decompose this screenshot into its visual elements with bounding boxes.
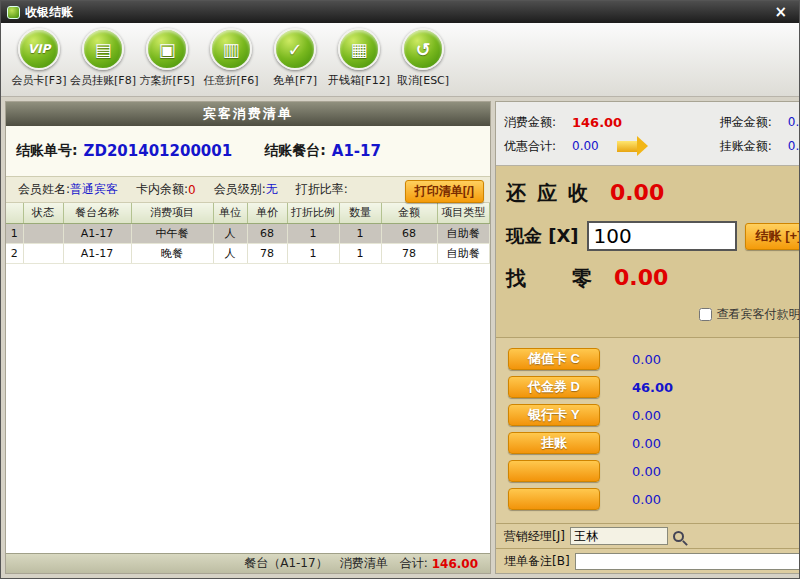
table-no-value: A1-17 [332, 142, 381, 160]
list-total-value: 146.00 [432, 557, 478, 571]
marketing-manager-input[interactable] [570, 527, 668, 545]
pay-button-bank-card[interactable]: 银行卡 Y [508, 404, 600, 426]
toolbar-label: 会员挂账[F8] [70, 73, 136, 88]
toolbar-label: 方案折[F5] [140, 73, 195, 88]
free-order-icon: ✓ [274, 28, 316, 70]
col-qty: 数量 [339, 203, 381, 223]
payment-row: 0.00 [508, 488, 800, 510]
toolbar-plan-discount[interactable]: ▣ 方案折[F5] [135, 26, 199, 88]
payment-row: 挂账 0.00 [508, 432, 800, 454]
deposit-amount-label: 押金金额: [720, 114, 788, 131]
table-row[interactable]: 2 A1-17 晚餐 人 78 1 1 78 自助餐 [6, 243, 490, 263]
pay-button-extra-2[interactable] [508, 488, 600, 510]
pay-button-stored-card[interactable]: 储值卡 C [508, 348, 600, 370]
amount-due-value: 0.00 [610, 180, 664, 205]
credit-amount-label: 挂账金额: [720, 138, 788, 155]
settle-button[interactable]: 结账 [+] [745, 223, 800, 250]
change-label: 找 零 [506, 265, 594, 292]
panel-title: 宾客消费清单 [6, 102, 490, 126]
member-name-value: 普通宾客 [70, 181, 118, 198]
toolbar: VIP 会员卡[F3] ▤ 会员挂账[F8] ▣ 方案折[F5] ▥ 任意折[F… [1, 23, 799, 97]
print-list-button[interactable]: 打印清单[/] [405, 180, 484, 203]
marketing-manager-row: 营销经理[J] [496, 523, 800, 548]
table-header-row: 状态 餐台名称 消费项目 单位 单价 打折比例 数量 金额 项目类型 [6, 203, 490, 223]
col-unit: 单位 [213, 203, 247, 223]
view-payment-detail-checkbox[interactable] [699, 308, 712, 321]
pay-value-stored-card: 0.00 [632, 352, 661, 367]
toolbar-cancel[interactable]: ↺ 取消[ESC] [391, 26, 455, 88]
vip-card-icon: VIP [18, 28, 60, 70]
credit-amount-value: 0.00 [788, 139, 800, 153]
plan-discount-icon: ▣ [146, 28, 188, 70]
discount-total-label: 优惠合计: [504, 138, 572, 155]
bill-remark-row: 埋单备注[B] [496, 548, 800, 573]
table-no-label: 结账餐台: [264, 142, 326, 160]
member-info-row: 会员姓名: 普通宾客 卡内余额: 0 会员级别: 无 打折比率: 打印清单[/] [6, 176, 490, 203]
pay-value-extra-1: 0.00 [632, 464, 661, 479]
discount-total-value: 0.00 [572, 139, 599, 153]
consumption-table: 状态 餐台名称 消费项目 单位 单价 打折比例 数量 金额 项目类型 1 [6, 203, 490, 264]
pay-value-bank-card: 0.00 [632, 408, 661, 423]
card-balance-label: 卡内余额: [136, 181, 188, 198]
bill-no-value: ZD201401200001 [84, 142, 233, 160]
search-icon[interactable] [673, 531, 684, 542]
col-amount: 金额 [381, 203, 437, 223]
pay-button-credit[interactable]: 挂账 [508, 432, 600, 454]
amount-due-label: 还 应 收 [506, 180, 590, 207]
pay-button-voucher[interactable]: 代金券 D [508, 376, 600, 398]
table-row[interactable]: 1 A1-17 中午餐 人 68 1 1 68 自助餐 [6, 223, 490, 243]
col-status: 状态 [23, 203, 63, 223]
change-value: 0.00 [614, 265, 668, 290]
toolbar-member-credit[interactable]: ▤ 会员挂账[F8] [71, 26, 135, 88]
pay-value-extra-2: 0.00 [632, 492, 661, 507]
bill-info-row: 结账单号: ZD201401200001 结账餐台: A1-17 [6, 126, 490, 176]
view-payment-detail-label: 查看宾客付款明细 [716, 306, 800, 323]
cash-drawer-icon: ▦ [338, 28, 380, 70]
pay-button-extra-1[interactable] [508, 460, 600, 482]
marketing-manager-label: 营销经理[J] [504, 528, 565, 545]
pay-value-voucher: 46.00 [632, 380, 673, 395]
member-credit-icon: ▤ [82, 28, 124, 70]
title-bar: 收银结账 × [1, 1, 799, 23]
col-price: 单价 [247, 203, 287, 223]
discount-rate-label: 打折比率: [296, 181, 348, 198]
payment-row: 银行卡 Y 0.00 [508, 404, 800, 426]
col-type: 项目类型 [437, 203, 490, 223]
table-empty-area [6, 264, 490, 554]
toolbar-free-order[interactable]: ✓ 免单[F7] [263, 26, 327, 88]
member-level-label: 会员级别: [214, 181, 266, 198]
arrow-right-icon [617, 141, 637, 152]
toolbar-open-drawer[interactable]: ▦ 开钱箱[F12] [327, 26, 391, 88]
payment-methods-list: 储值卡 C 0.00 代金券 D 46.00 银行卡 Y 0.00 挂账 0.0… [496, 338, 800, 523]
card-balance-value: 0 [188, 183, 196, 197]
member-level-value: 无 [266, 181, 278, 198]
toolbar-label: 会员卡[F3] [12, 73, 67, 88]
bill-remark-input[interactable] [575, 553, 800, 570]
payment-row: 储值卡 C 0.00 [508, 348, 800, 370]
cash-label: 现金 [X] [506, 224, 579, 248]
toolbar-label: 开钱箱[F12] [328, 73, 390, 88]
member-name-label: 会员姓名: [18, 181, 70, 198]
any-discount-icon: ▥ [210, 28, 252, 70]
deposit-amount-value: 0.00 [788, 115, 800, 129]
amount-summary: 消费金额: 146.00 押金金额: 0.00 优惠合计: 0.00 挂账金额:… [496, 102, 800, 166]
payment-row: 0.00 [508, 460, 800, 482]
toolbar-any-discount[interactable]: ▥ 任意折[F6] [199, 26, 263, 88]
payment-panel: 消费金额: 146.00 押金金额: 0.00 优惠合计: 0.00 挂账金额:… [495, 101, 800, 574]
toolbar-member-card[interactable]: VIP 会员卡[F3] [7, 26, 71, 88]
list-total-bar: 餐台（A1-17） 消费清单 合计: 146.00 [6, 553, 490, 573]
toolbar-label: 任意折[F6] [204, 73, 259, 88]
cash-amount-input[interactable] [587, 221, 737, 251]
toolbar-label: 免单[F7] [273, 73, 317, 88]
bill-no-label: 结账单号: [16, 142, 78, 160]
main-area: 宾客消费清单 结账单号: ZD201401200001 结账餐台: A1-17 … [1, 97, 799, 578]
payment-main-area: 还 应 收 0.00 现金 [X] 结账 [+] 找 零 0.00 查看宾客付款… [496, 166, 800, 338]
col-discount: 打折比例 [287, 203, 339, 223]
toolbar-label: 取消[ESC] [397, 73, 449, 88]
window-title: 收银结账 [25, 4, 73, 21]
payment-row: 代金券 D 46.00 [508, 376, 800, 398]
col-rownum [6, 203, 23, 223]
col-item: 消费项目 [131, 203, 213, 223]
close-button[interactable]: × [768, 3, 793, 21]
consume-amount-label: 消费金额: [504, 114, 572, 131]
